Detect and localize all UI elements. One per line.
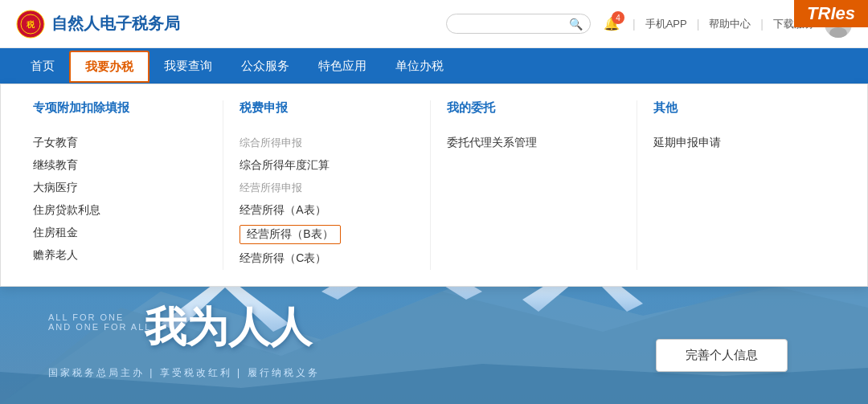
logo-icon: 税	[16, 10, 45, 39]
navbar: 首页 我要办税 我要查询 公众服务 特色应用 单位办税	[0, 48, 868, 84]
item-continue-edu[interactable]: 继续教育	[33, 154, 207, 177]
nav-unit[interactable]: 单位办税	[381, 48, 458, 84]
item-comprehensive-declare: 综合所得申报	[240, 132, 413, 154]
nav-public-label: 公众服务	[241, 59, 289, 72]
search-icon[interactable]: 🔍	[569, 18, 583, 31]
notification-bell[interactable]: 🔔 4	[604, 16, 620, 31]
dropdown-col-entrust: 我的委托 委托代理关系管理	[431, 100, 637, 270]
nav-home[interactable]: 首页	[16, 48, 69, 84]
item-support-elderly[interactable]: 赡养老人	[33, 244, 207, 267]
svg-point-4	[829, 27, 847, 38]
nav-special[interactable]: 特色应用	[304, 48, 381, 84]
nav-query-label: 我要查询	[164, 59, 212, 72]
header: 税 自然人电子税务局 🔍 🔔 4 | 手机APP | 帮助中心 | 下载服务	[0, 0, 868, 48]
item-major-illness[interactable]: 大病医疗	[33, 177, 207, 199]
item-housing-loan[interactable]: 住房贷款利息	[33, 199, 207, 222]
nav-woyaobansui[interactable]: 我要办税	[69, 51, 149, 83]
item-business-b[interactable]: 经营所得（B表）	[240, 225, 340, 244]
tries-badge: TRIes	[794, 0, 868, 27]
col3-title: 我的委托	[447, 100, 620, 120]
banner-chinese: 我为人人	[145, 300, 312, 356]
item-child-edu[interactable]: 子女教育	[33, 132, 207, 154]
nav-home-label: 首页	[31, 59, 55, 72]
nav-mobile-app[interactable]: 手机APP	[645, 17, 687, 31]
dropdown-col-special: 专项附加扣除填报 子女教育 继续教育 大病医疗 住房贷款利息 住房租金 赡养老人	[17, 100, 223, 270]
nav-woyao-label: 我要办税	[85, 59, 133, 73]
logo-title: 自然人电子税务局	[51, 13, 180, 35]
divider3: |	[760, 18, 764, 31]
notification-badge: 4	[612, 11, 624, 24]
col4-title: 其他	[653, 100, 827, 120]
col1-title: 专项附加扣除填报	[33, 100, 207, 120]
dropdown-col-tax: 税费申报 综合所得申报 综合所得年度汇算 经营所得申报 经营所得（A表） 经营所…	[223, 100, 430, 270]
nav-help[interactable]: 帮助中心	[709, 17, 751, 31]
logo-area: 税 自然人电子税务局	[16, 10, 446, 39]
banner-tagline: 国家税务总局主办 | 享受税改红利 | 履行纳税义务	[48, 366, 320, 380]
svg-text:税: 税	[26, 20, 35, 29]
item-delay-declare[interactable]: 延期申报申请	[653, 132, 827, 154]
complete-info-button[interactable]: 完善个人信息	[656, 339, 788, 372]
item-entrust-manage[interactable]: 委托代理关系管理	[447, 132, 620, 154]
item-business-c[interactable]: 经营所得（C表）	[240, 247, 413, 270]
nav-unit-label: 单位办税	[395, 59, 444, 72]
col2-title: 税费申报	[240, 100, 413, 120]
nav-special-label: 特色应用	[318, 59, 366, 72]
banner-all-for-one: ALL FOR ONE AND ONE FOR ALL	[48, 312, 151, 332]
header-right: 🔍 🔔 4 | 手机APP | 帮助中心 | 下载服务	[446, 10, 852, 38]
dropdown-menu: 专项附加扣除填报 子女教育 继续教育 大病医疗 住房贷款利息 住房租金 赡养老人…	[0, 84, 868, 287]
item-housing-rent[interactable]: 住房租金	[33, 222, 207, 244]
nav-public[interactable]: 公众服务	[227, 48, 304, 84]
item-business-declare: 经营所得申报	[240, 177, 413, 199]
divider: |	[633, 18, 636, 31]
item-business-a[interactable]: 经营所得（A表）	[240, 199, 413, 222]
divider2: |	[697, 18, 700, 31]
item-annual-settlement[interactable]: 综合所得年度汇算	[240, 154, 413, 177]
nav-query[interactable]: 我要查询	[149, 48, 227, 84]
dropdown-col-other: 其他 延期申报申请	[637, 100, 843, 270]
